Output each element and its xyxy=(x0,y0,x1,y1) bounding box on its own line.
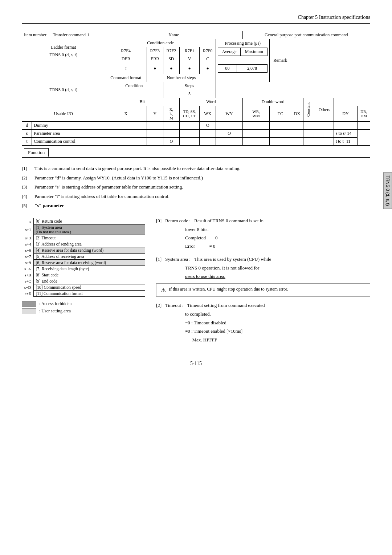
der: DER xyxy=(105,55,147,63)
err: ERR xyxy=(147,55,163,63)
addr-s4: s+4 xyxy=(22,241,33,247)
s-desc: Parameter area xyxy=(32,130,105,138)
condition-label: Condition xyxy=(105,82,163,90)
wx: WX xyxy=(200,106,216,122)
instruction-table: Item number Transfer command-1 Name Gene… xyxy=(22,31,370,158)
warning-text: If this area is written, CPU might stop … xyxy=(169,287,288,292)
t-circle: O xyxy=(163,138,179,146)
d-label: d xyxy=(22,122,32,130)
content-3: [3] Address of sending area xyxy=(33,241,145,247)
trns-label-2: TRNS 0 (d, s, t) xyxy=(22,82,105,98)
addr-sb: s+B xyxy=(22,272,33,278)
return-code-label: Return code : xyxy=(165,218,191,224)
users-line: users to use this area. xyxy=(185,272,370,280)
addr-s6: s+6 xyxy=(22,247,33,253)
r7f4: R7F4 xyxy=(105,47,147,55)
side-tab: TRNS 0 (d, s, t) xyxy=(383,172,392,209)
word-label: Word xyxy=(179,98,242,106)
content-4: [4] Reserve area for data sending (word) xyxy=(33,247,145,253)
addr-s9: s+9 xyxy=(22,259,33,266)
sd: SD xyxy=(163,55,179,63)
v: V xyxy=(179,55,199,63)
return-code-desc: Result of TRNS 0 command is set in xyxy=(194,218,264,224)
ladder-format-label: Ladder format xyxy=(24,45,103,50)
addr-s: s xyxy=(22,218,33,224)
t-others: t to t+11 xyxy=(334,138,357,146)
item-number-label: Item number xyxy=(24,32,46,37)
processing-time-label: Processing time (μs) xyxy=(218,41,268,46)
dr-dm: DR, DM xyxy=(358,106,370,122)
command-format-label: Command format xyxy=(105,74,147,82)
r7f3: R7F3 xyxy=(147,47,163,55)
c: C xyxy=(200,55,216,63)
chapter-title: Chapter 5 Instruction specifications xyxy=(298,15,370,20)
steps-label: Steps xyxy=(163,82,216,90)
right-block-0: [0] Return code : Result of TRNS 0 comma… xyxy=(156,218,370,251)
t-desc: Communication control xyxy=(32,138,105,146)
descriptions-section: (1) This is a command to send data via g… xyxy=(22,161,370,218)
desc-2-text: Parameter "d" is dummy. Assign WY10. (Ac… xyxy=(34,174,370,182)
double-word-label: Double word xyxy=(242,98,303,106)
desc-3-num: (3) xyxy=(22,183,34,191)
legend-user: : User setting area xyxy=(22,308,145,314)
avg-value: 80 xyxy=(218,65,237,73)
legend-section: : Access forbidden : User setting area xyxy=(22,301,145,314)
timeout-max: Max. HFFFF xyxy=(185,336,370,344)
to-completed: to completed. xyxy=(185,310,370,318)
max-value: 2,078 xyxy=(237,65,268,73)
warning-icon: ⚠ xyxy=(161,287,166,293)
desc-2: (2) Parameter "d" is dummy. Assign WY10.… xyxy=(22,174,370,182)
addr-se: s+E xyxy=(22,290,33,296)
timeout-label: Timeout : xyxy=(165,303,183,308)
content-7: [7] Receiving data length (byte) xyxy=(33,266,145,272)
s-circle: O xyxy=(216,130,243,138)
desc-5-num: (5) xyxy=(22,202,34,212)
dx: DX xyxy=(291,106,303,122)
dash: - xyxy=(105,90,163,98)
r7f0: R7F0 xyxy=(200,47,216,55)
bracket-0: [0] xyxy=(156,218,162,224)
content-2: [2] Timeout xyxy=(33,235,145,241)
trns-label-1: TRNS 0 (d, s, t) xyxy=(24,52,103,58)
chapter-header: Chapter 5 Instruction specifications xyxy=(22,15,370,24)
desc-4: (4) Parameter "t" is starting address of… xyxy=(22,193,370,200)
content-0: [0] Return code xyxy=(33,218,145,224)
t-label: t xyxy=(22,138,32,146)
desc-2-num: (2) xyxy=(22,174,34,182)
usable-io-label: Usable I/O xyxy=(22,106,105,122)
transfer-command-label: Transfer command-1 xyxy=(53,32,89,37)
s-param-left: s [0] Return code s+1 [1] System area(Do… xyxy=(22,218,145,350)
desc-3: (3) Parameter "s" is starting address of… xyxy=(22,183,370,191)
desc-5-text: "s" parameter xyxy=(34,202,370,209)
addr-sd: s+D xyxy=(22,284,33,290)
average-label: Average xyxy=(218,48,241,56)
td-ss-cu-ct: TD, SS, CU, CT xyxy=(179,106,199,122)
function-tab: Function xyxy=(24,148,49,157)
tc: TC xyxy=(270,106,291,122)
warning-box: ⚠ If this area is written, CPU might sto… xyxy=(156,283,370,297)
legend-box-light xyxy=(22,308,36,314)
bullet-1: ● xyxy=(147,63,163,74)
legend-box-dark xyxy=(22,301,36,307)
five: 5 xyxy=(163,90,216,98)
content-6: [6] Reserve area for data receiving (wor… xyxy=(33,259,145,266)
content-9: [9] End code xyxy=(33,278,145,284)
bracket-1: [1] xyxy=(156,256,162,262)
r7f1: R7F1 xyxy=(179,47,199,55)
desc-5: (5) "s" parameter xyxy=(22,202,370,212)
desc-4-text: Parameter "t" is starting address of bit… xyxy=(34,193,370,200)
s-param-layout: s [0] Return code s+1 [1] System area(Do… xyxy=(22,218,370,350)
y-label: Y xyxy=(147,106,163,122)
bullet-4: ● xyxy=(200,63,216,74)
remark-label: Remark xyxy=(273,58,287,63)
addr-s3: s+3 xyxy=(22,235,33,241)
num-steps-label: Number of steps xyxy=(147,74,216,82)
desc-3-text: Parameter "s" is starting address of par… xyxy=(34,183,370,191)
name-label: Name xyxy=(168,32,179,37)
lower-8-bits: lower 8 bits. xyxy=(185,225,370,234)
s-others: s to s+14 xyxy=(334,130,357,138)
legend-forbidden-text: : Access forbidden xyxy=(39,301,72,307)
arrow-updown: ↕ xyxy=(105,63,147,74)
content-8: [8] Start code xyxy=(33,272,145,278)
timeout-desc: Timeout setting from command executed xyxy=(187,303,265,308)
